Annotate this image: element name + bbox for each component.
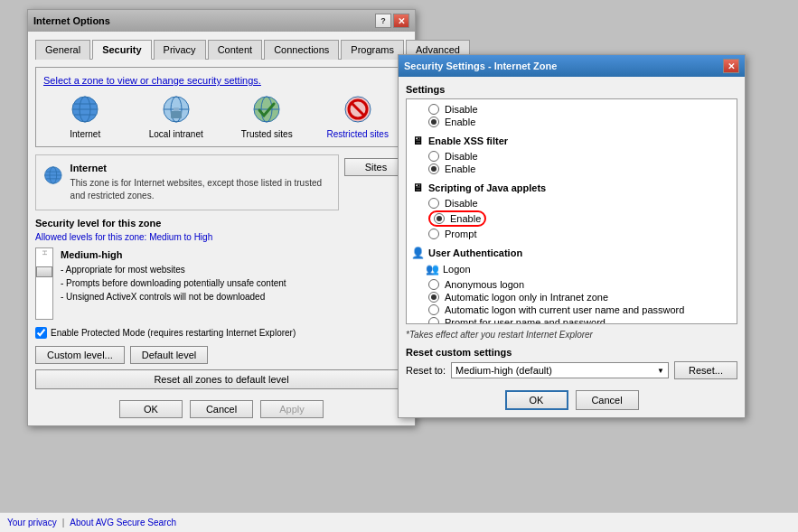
sec-close-button[interactable]: ✕: [723, 59, 739, 73]
logon-label: Logon: [443, 264, 471, 275]
option-java-enable[interactable]: Enable: [410, 210, 733, 228]
radio-auto-creds[interactable]: [428, 304, 439, 315]
radio-prompt-user[interactable]: [428, 317, 439, 324]
sec-ok-cancel-row: OK Cancel: [406, 387, 737, 410]
ok-cancel-row: OK Cancel Apply: [35, 397, 408, 418]
zone-restricted[interactable]: Restricted sites: [326, 93, 390, 139]
option-java-enable-label: Enable: [450, 213, 481, 224]
restricted-icon: [342, 93, 374, 126]
zone-internet[interactable]: Internet: [53, 93, 117, 139]
trusted-zone-label: Trusted sites: [241, 129, 293, 139]
reset-dropdown[interactable]: Medium-high (default) ▼: [451, 362, 669, 378]
security-settings-title: Security Settings - Internet Zone: [404, 61, 557, 71]
security-level-title: Security level for this zone: [35, 218, 408, 229]
tab-content[interactable]: Content: [208, 40, 263, 60]
option-enable-1[interactable]: Enable: [410, 116, 733, 128]
slider-area: H Medium-high - Appropriate for most web…: [35, 247, 408, 320]
auth-label: User Authentication: [428, 247, 522, 258]
security-settings-titlebar: Security Settings - Internet Zone ✕: [399, 55, 745, 77]
info-section: Internet This zone is for Internet websi…: [35, 154, 339, 210]
sec-cancel-button[interactable]: Cancel: [576, 390, 639, 410]
level-description: Medium-high - Appropriate for most websi…: [61, 247, 286, 303]
radio-java-enable[interactable]: [434, 213, 445, 224]
info-text: Internet This zone is for Internet websi…: [70, 163, 331, 202]
internet-options-titlebar: Internet Options ? ✕: [28, 10, 415, 32]
option-auto-intranet[interactable]: Automatic logon only in Intranet zone: [410, 291, 733, 303]
security-slider[interactable]: H: [35, 247, 53, 320]
apply-button[interactable]: Apply: [260, 400, 324, 418]
titlebar-buttons: ? ✕: [375, 14, 409, 28]
custom-level-button[interactable]: Custom level...: [35, 346, 125, 364]
tab-connections[interactable]: Connections: [264, 40, 339, 60]
status-privacy[interactable]: Your privacy: [7, 518, 57, 527]
status-bar: Your privacy | About AVG Secure Search: [0, 512, 798, 532]
option-xss-enable[interactable]: Enable: [410, 163, 733, 175]
settings-label: Settings: [406, 84, 737, 95]
sec-titlebar-buttons: ✕: [723, 59, 739, 73]
level-name: Medium-high: [61, 247, 286, 263]
sec-ok-button[interactable]: OK: [505, 390, 568, 410]
zone-area: Select a zone to view or change security…: [35, 67, 408, 147]
internet-options-dialog: Internet Options ? ✕ General Security Pr…: [27, 9, 416, 426]
setting-group-auth: 👤 User Authentication 👥 Logon Anonymous …: [410, 246, 733, 324]
default-level-button[interactable]: Default level: [130, 346, 209, 364]
tab-general[interactable]: General: [35, 40, 90, 60]
radio-enable-1[interactable]: [428, 117, 439, 127]
radio-auto-intranet[interactable]: [428, 292, 439, 303]
reset-button[interactable]: Reset...: [674, 361, 737, 379]
tab-privacy[interactable]: Privacy: [154, 40, 206, 60]
option-prompt-user-label: Prompt for user name and password: [445, 317, 606, 324]
xss-label: Enable XSS filter: [428, 135, 508, 146]
setting-group-xss: 🖥 Enable XSS filter Disable Enable: [410, 134, 733, 175]
option-xss-disable[interactable]: Disable: [410, 150, 733, 163]
enable-oval: Enable: [428, 210, 486, 227]
zone-intranet[interactable]: Local intranet: [145, 93, 208, 139]
zone-trusted[interactable]: Trusted sites: [235, 93, 298, 139]
allowed-levels: Allowed levels for this zone: Medium to …: [35, 232, 408, 242]
setting-group-java: 🖥 Scripting of Java applets Disable Enab…: [410, 181, 733, 240]
reset-all-zones-button[interactable]: Reset all zones to default level: [35, 369, 408, 389]
logon-icon: 👥: [425, 262, 439, 276]
reset-section: Reset custom settings Reset to: Medium-h…: [406, 347, 737, 379]
option-anon-logon[interactable]: Anonymous logon: [410, 278, 733, 291]
xss-icon: 🖥: [410, 134, 425, 148]
intranet-zone-label: Local intranet: [149, 129, 203, 139]
option-java-prompt[interactable]: Prompt: [410, 228, 733, 240]
option-xss-disable-label: Disable: [445, 151, 478, 162]
radio-xss-disable[interactable]: [428, 151, 439, 162]
tab-programs[interactable]: Programs: [341, 40, 404, 60]
help-button[interactable]: ?: [375, 14, 391, 28]
dropdown-arrow-icon: ▼: [657, 367, 664, 375]
tab-security[interactable]: Security: [92, 40, 151, 60]
reset-row: Reset to: Medium-high (default) ▼ Reset.…: [406, 361, 737, 379]
dropdown-value: Medium-high (default): [455, 365, 552, 376]
info-row: Internet This zone is for Internet websi…: [35, 154, 408, 218]
option-disable-1[interactable]: Disable: [410, 103, 733, 116]
radio-anon[interactable]: [428, 279, 439, 290]
settings-list[interactable]: Disable Enable 🖥 Enable XSS filter Disab…: [406, 98, 737, 324]
radio-xss-enable[interactable]: [428, 163, 439, 174]
radio-java-disable[interactable]: [428, 198, 439, 209]
zones-row: Internet Local intranet: [43, 93, 399, 139]
tabs-bar: General Security Privacy Content Connect…: [35, 39, 408, 60]
close-button[interactable]: ✕: [393, 14, 409, 28]
radio-disable-1[interactable]: [428, 104, 439, 115]
info-globe-icon: [43, 163, 63, 188]
radio-java-prompt[interactable]: [428, 229, 439, 239]
auth-header: 👤 User Authentication: [410, 246, 733, 260]
option-auto-creds[interactable]: Automatic logon with current user name a…: [410, 303, 733, 316]
option-auto-intranet-label: Automatic logon only in Intranet zone: [445, 292, 608, 303]
ok-button[interactable]: OK: [119, 400, 183, 418]
option-java-disable[interactable]: Disable: [410, 197, 733, 210]
svg-rect-8: [171, 111, 182, 118]
java-label: Scripting of Java applets: [428, 182, 546, 193]
status-avg[interactable]: About AVG Secure Search: [70, 518, 176, 527]
trusted-icon: [250, 93, 283, 126]
slider-handle[interactable]: [36, 266, 52, 277]
option-anon-label: Anonymous logon: [445, 279, 524, 290]
option-xss-enable-label: Enable: [445, 163, 475, 174]
protected-mode-checkbox[interactable]: [35, 327, 47, 339]
info-title: Internet: [70, 163, 331, 173]
cancel-button[interactable]: Cancel: [190, 400, 253, 418]
option-prompt-user[interactable]: Prompt for user name and password: [410, 316, 733, 324]
